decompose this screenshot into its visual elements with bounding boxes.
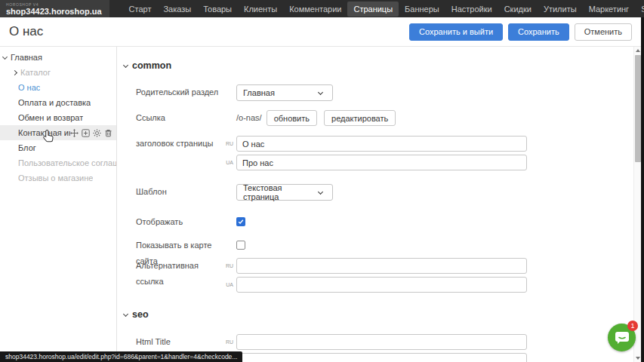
save-button[interactable]: Сохранить [508,23,569,41]
sidebar-item-label: Обмен и возврат [18,113,83,122]
lang-ru-tag: RU [224,136,233,152]
collapse-arrow-icon[interactable] [2,54,8,59]
link-edit-button[interactable]: редактировать [324,110,396,126]
sidebar-item-label: Каталог [20,68,51,77]
field-display: Отображать [136,214,245,230]
logo[interactable]: HOROSHOP V4 shop34423.horoshop.ua [0,0,109,17]
scroll-down-arrow-icon[interactable] [636,357,640,360]
parent-section-value: Главная [243,88,275,97]
sidebar-item-label: Отзывы о магазине [18,173,93,183]
pages-tree-sidebar: Главная Каталог О нас Оплата и доставка … [0,47,117,362]
section-seo[interactable]: seo [124,309,149,320]
display-label: Отображать [136,214,224,230]
expand-arrow-icon[interactable] [12,69,17,75]
menu-item-comments[interactable]: Комментарии [283,2,347,17]
field-parent-section: Родительский раздел Главная [136,84,333,101]
section-common-label: common [132,60,171,71]
vertical-scrollbar[interactable] [633,47,641,362]
sidebar-item-o-nas[interactable]: О нас [0,80,116,95]
link-label: Ссылка [136,110,224,126]
scrollbar-thumb[interactable] [635,55,641,162]
sidebar-item-blog[interactable]: Блог [0,140,116,155]
lang-ua-tag: UA [224,155,233,170]
menu-item-products[interactable]: Товары [197,2,238,17]
template-select[interactable]: Текстовая страница [236,184,333,201]
parent-section-label: Родительский раздел [136,84,224,100]
page-edit-form: common Родительский раздел Главная Ссылк… [118,47,633,362]
chat-bubble-icon [614,330,630,345]
sidebar-item-glavnaya[interactable]: Главная [0,50,116,65]
sidebar-item-polzovatelskoe-soglashenie[interactable]: Пользовательское соглашение [0,155,116,170]
field-alt-link-ua: UA [136,277,527,293]
html-title-label: Html Title [136,334,224,350]
move-icon[interactable] [70,129,79,137]
menu-item-marketing[interactable]: Маркетинг [583,2,635,17]
menu-item-clients[interactable]: Клиенты [238,2,283,17]
sidebar-item-label: Контактная инфор [18,128,70,137]
field-template: Шаблон Текстовая страница [136,184,333,201]
support-chat-button[interactable]: 1 [608,324,636,351]
link-update-button[interactable]: обновить [267,110,317,126]
cancel-button[interactable]: Отменить [575,23,632,41]
checkmark-icon [238,219,244,225]
sidebar-item-label: Блог [18,143,36,152]
template-value: Текстовая страница [243,183,316,201]
screen-edge-strip [641,17,644,362]
menu-item-pages[interactable]: Страницы [347,2,399,17]
lang-ru-tag: RU [224,334,233,350]
page: HOROSHOP V4 shop34423.horoshop.ua Старт … [0,0,644,362]
topbar-menu: Старт Заказы Товары Клиенты Комментарии … [123,0,644,17]
sidebar-item-label: Оплата и доставка [18,98,91,107]
save-and-exit-button[interactable]: Сохранить и выйти [409,23,503,41]
html-title-ru-input[interactable] [236,334,527,350]
sitemap-checkbox-unchecked[interactable] [236,241,245,250]
page-title-label: заголовок страницы [136,136,224,152]
chevron-down-icon [318,89,323,94]
menu-item-start[interactable]: Старт [123,2,158,17]
settings-icon[interactable] [93,129,101,137]
field-page-title-ru: заголовок страницы RU [136,136,527,152]
page-title-ua-input[interactable] [236,155,527,170]
menu-item-orders[interactable]: Заказы [157,2,197,17]
parent-section-select[interactable]: Главная [236,84,333,101]
section-collapse-icon[interactable] [123,311,128,316]
scroll-up-arrow-icon[interactable] [636,49,640,52]
template-label: Шаблон [136,184,224,200]
sidebar-item-kontaktnaya-informatsiya[interactable]: Контактная инфор [0,125,116,140]
html-title-ua-input[interactable] [236,353,527,362]
delete-icon[interactable] [104,129,112,137]
page-title: О нас [9,24,43,39]
menu-item-seo[interactable]: Seo [635,2,644,17]
logo-domain-label: shop34423.horoshop.ua [6,7,102,16]
section-collapse-icon[interactable] [123,62,128,67]
sidebar-item-obmen-i-vozvrat[interactable]: Обмен и возврат [0,110,116,125]
sidebar-item-label: Пользовательское соглашение [18,158,116,167]
add-icon[interactable] [82,129,90,137]
chat-unread-badge: 1 [627,321,638,331]
sidebar-item-label: О нас [18,83,40,92]
sidebar-item-oplata-i-dostavka[interactable]: Оплата и доставка [0,95,116,110]
menu-item-banners[interactable]: Баннеры [399,2,445,17]
section-seo-label: seo [132,309,149,320]
menu-item-settings[interactable]: Настройки [445,2,498,17]
display-checkbox-checked[interactable] [236,217,245,226]
sidebar-item-otzyvy-o-magazine[interactable]: Отзывы о магазине [0,170,116,186]
sidebar-item-katalog[interactable]: Каталог [0,65,116,80]
link-preview-statusbar: shop34423.horoshop.ua/edit/edit.php?id=6… [0,351,242,362]
menu-item-utilities[interactable]: Утилиты [538,2,583,17]
link-path-value: /o-nas/ [236,110,262,126]
section-common[interactable]: common [124,60,171,71]
menu-item-discounts[interactable]: Скидки [498,2,538,17]
header-buttons: Сохранить и выйти Сохранить Отменить [409,23,632,41]
chevron-down-icon [318,189,323,194]
sidebar-item-label: Главная [11,53,42,62]
lang-ua-tag: UA [224,277,233,293]
tree-row-actions [70,129,116,137]
field-page-title-ua: UA [136,155,527,170]
topbar: HOROSHOP V4 shop34423.horoshop.ua Старт … [0,0,644,17]
alt-link-ua-input[interactable] [236,277,527,293]
page-header: О нас Сохранить и выйти Сохранить Отмени… [0,17,641,47]
alt-link-ru-input[interactable] [236,258,527,274]
lang-ru-tag: RU [224,258,233,274]
page-title-ru-input[interactable] [236,136,527,152]
